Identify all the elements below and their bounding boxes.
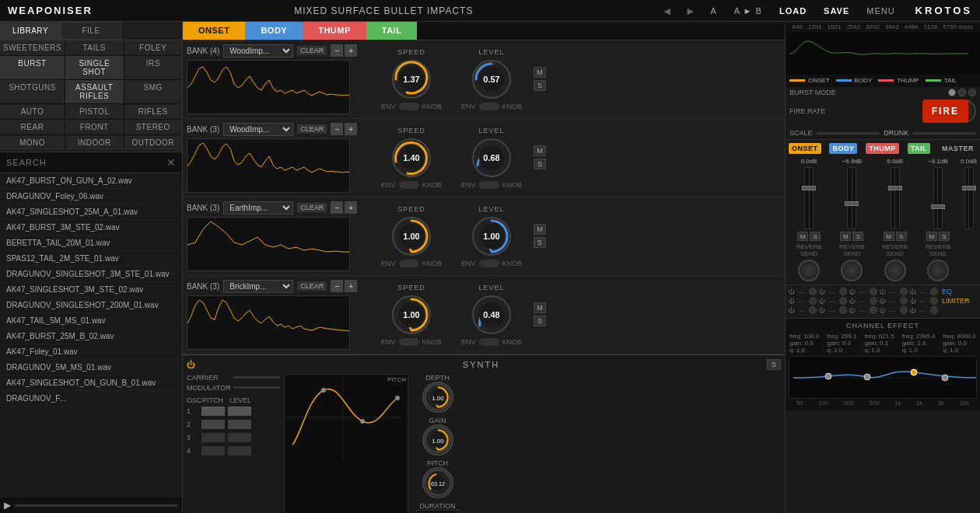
level-env-toggle-3[interactable] <box>479 260 499 267</box>
fx-knob-1a[interactable] <box>809 288 817 295</box>
fx-knob-3a[interactable] <box>809 306 817 314</box>
speed-knob-2[interactable]: 1.40 <box>390 137 432 179</box>
synth-power-icon[interactable]: ⏻ <box>187 360 195 369</box>
nav-prev[interactable]: ◄ <box>660 5 675 17</box>
fader-track-master[interactable] <box>964 167 974 229</box>
btn-assaultrifles[interactable]: ASSAULT RIFLES <box>65 80 123 103</box>
list-item[interactable]: AK47_SINGLESHOT_ON_GUN_B_01.wav <box>0 375 182 391</box>
m-btn-2[interactable]: M <box>534 145 546 156</box>
fx-knob-2e[interactable] <box>930 297 938 305</box>
m-btn-3[interactable]: M <box>534 224 546 235</box>
s-body[interactable]: S <box>852 232 863 241</box>
add-btn-minus-1[interactable]: − <box>331 44 343 57</box>
s-onset[interactable]: S <box>810 232 821 241</box>
fx-knob-3c[interactable] <box>870 306 877 314</box>
btn-rear[interactable]: REAR <box>0 120 65 134</box>
tab-thump[interactable]: THUMP <box>303 22 366 40</box>
m-onset[interactable]: M <box>797 232 808 241</box>
add-btn-minus-3[interactable]: − <box>331 201 343 214</box>
list-item[interactable]: DRAGUNOV_5M_MS_01.wav <box>0 360 182 375</box>
btn-indoor[interactable]: INDOOR <box>65 135 123 150</box>
btn-foley[interactable]: FOLEY <box>124 40 183 55</box>
list-item[interactable]: AK47_SINGLESHOT_25M_A_01.wav <box>0 204 182 220</box>
level-env-toggle-2[interactable] <box>479 181 499 189</box>
list-item[interactable]: DRAGUNOV_SINGLESHOT_3M_STE_01.wav <box>0 267 182 282</box>
tab-body[interactable]: BODY <box>245 22 303 40</box>
tab-tail[interactable]: TAIL <box>366 22 418 40</box>
list-item[interactable]: AK47_Foley_01.wav <box>0 344 182 360</box>
bank-select-3[interactable]: EarthImp... <box>223 201 293 215</box>
tab-file[interactable]: FILE <box>61 22 121 40</box>
a-button[interactable]: A <box>705 5 721 17</box>
add-btn-plus-2[interactable]: + <box>345 123 357 135</box>
btn-smg[interactable]: SMG <box>124 80 183 103</box>
fx-power-2e[interactable]: ⏻ <box>909 298 915 305</box>
fx-knob-2d[interactable] <box>900 297 908 305</box>
search-close-icon[interactable]: ✕ <box>166 156 176 169</box>
fx-power-3c[interactable]: ⏻ <box>849 307 855 314</box>
m-body[interactable]: M <box>840 232 851 241</box>
s-thump[interactable]: S <box>896 232 907 241</box>
fx-knob-1b[interactable] <box>839 288 847 295</box>
fx-power-2a[interactable]: ⏻ <box>788 298 794 305</box>
list-item[interactable]: BERETTA_TAIL_20M_01.wav <box>0 236 182 251</box>
nav-next[interactable]: ► <box>683 5 698 17</box>
s-btn-3[interactable]: S <box>534 237 546 248</box>
btn-stereo[interactable]: STEREO <box>124 120 183 134</box>
speed-env-toggle-1[interactable] <box>399 103 419 110</box>
play-icon[interactable]: ▶ <box>4 500 11 511</box>
btn-rifles[interactable]: RIFLES <box>124 104 183 119</box>
s-btn-2[interactable]: S <box>534 159 546 169</box>
fx-knob-2a[interactable] <box>809 297 817 305</box>
m-btn-1[interactable]: M <box>534 67 546 78</box>
list-item[interactable]: AK47_BURST_ON_GUN_A_02.wav <box>0 173 182 189</box>
level-env-toggle-4[interactable] <box>479 338 499 346</box>
fx-power-1a[interactable]: ⏻ <box>788 288 794 295</box>
list-item[interactable]: AK47_BURST_25M_B_02.wav <box>0 329 182 344</box>
menu-button[interactable]: MENU <box>862 5 899 17</box>
level-knob-3[interactable]: 1.00 <box>471 215 513 257</box>
speed-knob-3[interactable]: 1.00 <box>390 215 432 257</box>
btn-outdoor[interactable]: OUTDOOR <box>124 135 183 150</box>
drunk-slider[interactable] <box>912 132 976 134</box>
fx-power-1d[interactable]: ⏻ <box>879 288 885 295</box>
clear-btn-4[interactable]: CLEAR <box>297 281 327 291</box>
synth-s-button[interactable]: S <box>767 359 781 370</box>
search-input[interactable] <box>6 158 166 167</box>
fx-knob-1d[interactable] <box>900 288 908 295</box>
list-item[interactable]: DRAGUNOV_SINGLESHOT_200M_01.wav <box>0 298 182 313</box>
speed-env-toggle-3[interactable] <box>399 260 419 267</box>
clear-btn-3[interactable]: CLEAR <box>297 203 327 212</box>
ab-button[interactable]: A ► B <box>730 5 767 17</box>
fx-knob-3e[interactable] <box>930 306 938 314</box>
m-tail[interactable]: M <box>926 232 937 241</box>
btn-pistol[interactable]: PISTOL <box>65 104 123 119</box>
reverb-knob-body[interactable] <box>841 260 863 281</box>
level-knob-1[interactable]: 0.57 <box>471 58 513 100</box>
btn-singleshot[interactable]: SINGLE SHOT <box>65 56 123 79</box>
fx-power-3a[interactable]: ⏻ <box>788 307 794 314</box>
save-button[interactable]: SAVE <box>819 5 854 17</box>
speed-knob-4[interactable]: 1.00 <box>390 294 432 336</box>
tab-library[interactable]: LIBRARY <box>0 22 61 40</box>
btn-sweeteners[interactable]: SWEETENERS <box>0 40 65 55</box>
list-item[interactable]: DRAGUNOV_F... <box>0 391 182 407</box>
clear-btn-2[interactable]: CLEAR <box>297 124 327 134</box>
btn-auto[interactable]: AUTO <box>0 104 65 119</box>
level-knob-2[interactable]: 0.68 <box>471 137 513 179</box>
add-btn-plus-4[interactable]: + <box>345 280 357 292</box>
fx-knob-1c[interactable] <box>870 288 877 295</box>
fx-knob-3b[interactable] <box>839 306 847 314</box>
reverb-knob-thump[interactable] <box>884 260 906 281</box>
m-btn-4[interactable]: M <box>534 302 546 313</box>
list-item[interactable]: AK47_TAIL_5M_MS_01.wav <box>0 313 182 329</box>
list-item[interactable]: AK47_BURST_3M_STE_02.wav <box>0 220 182 236</box>
bank-select-1[interactable]: WoodImp... <box>223 44 293 58</box>
btn-mono[interactable]: MONO <box>0 135 65 150</box>
reverb-knob-tail[interactable] <box>927 260 949 281</box>
burst-toggle[interactable] <box>948 89 976 96</box>
bank-select-2[interactable]: WoodImp... <box>223 123 293 136</box>
list-item[interactable]: AK47_SINGLESHOT_3M_STE_02.wav <box>0 282 182 298</box>
fx-power-1b[interactable]: ⏻ <box>818 288 824 295</box>
list-item[interactable]: DRAGUNOV_Foley_06.wav <box>0 189 182 204</box>
